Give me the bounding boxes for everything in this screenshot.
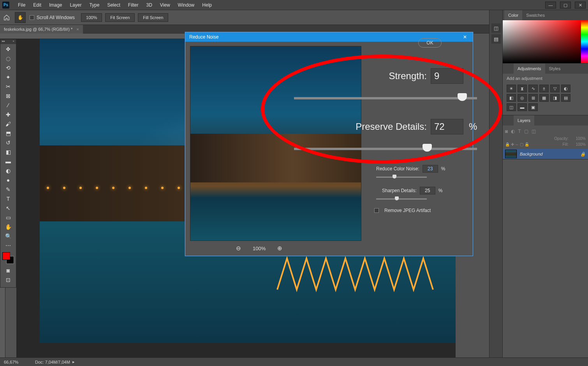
layer-thumbnail[interactable]	[505, 150, 517, 158]
menu-help[interactable]: Help	[198, 0, 216, 10]
pen-tool-icon[interactable]: ✎	[3, 185, 14, 194]
status-doc-size[interactable]: Doc: 7,04M/7,04M	[35, 360, 70, 364]
history-brush-tool-icon[interactable]: ↺	[3, 138, 14, 147]
fill-value[interactable]: 100%	[570, 142, 586, 147]
blur-tool-icon[interactable]: ◐	[3, 166, 14, 175]
quickmask-icon[interactable]: ◙	[3, 266, 14, 275]
menu-image[interactable]: Image	[45, 0, 66, 10]
remove-jpeg-checkbox[interactable]	[374, 208, 379, 213]
adj-posterize-icon[interactable]: ▤	[561, 94, 570, 102]
tab-properties[interactable]	[504, 64, 514, 74]
gradient-tool-icon[interactable]: ▬	[3, 157, 14, 166]
shape-tool-icon[interactable]: ▭	[3, 213, 14, 222]
menu-select[interactable]: Select	[103, 0, 124, 10]
status-arrow-icon[interactable]: ▸	[72, 359, 75, 364]
layer-background[interactable]: Background 🔒	[503, 149, 588, 159]
adj-invert-icon[interactable]: ◨	[550, 94, 560, 102]
filter-smart-icon[interactable]: ◫	[532, 129, 536, 134]
filter-pixel-icon[interactable]: ◙	[505, 129, 508, 134]
ok-button[interactable]: OK	[418, 38, 442, 48]
frame-tool-icon[interactable]: ⊠	[3, 92, 14, 100]
close-button[interactable]: ✕	[575, 2, 586, 9]
close-tab-icon[interactable]: ×	[76, 27, 79, 32]
sharpen-input[interactable]: 25	[420, 187, 435, 194]
lasso-tool-icon[interactable]: ⟲	[3, 64, 14, 72]
adj-levels-icon[interactable]: ⧗	[518, 85, 527, 92]
menu-type[interactable]: Type	[85, 0, 103, 10]
crop-tool-icon[interactable]: ✂	[3, 82, 14, 91]
home-icon[interactable]	[3, 14, 10, 21]
move-tool-icon[interactable]: ✥	[3, 45, 14, 53]
adj-brightness-icon[interactable]: ☀	[507, 85, 516, 92]
foreground-color-swatch[interactable]	[2, 252, 10, 260]
tab-styles[interactable]: Styles	[545, 64, 565, 74]
adj-threshold-icon[interactable]: ◫	[507, 103, 516, 111]
eraser-tool-icon[interactable]: ◧	[3, 148, 14, 156]
close-panel-icon[interactable]: ×	[12, 39, 14, 44]
edit-toolbar-icon[interactable]: ⋯	[3, 241, 14, 250]
zoom-in-icon[interactable]: ⊕	[277, 245, 282, 252]
menu-filter[interactable]: Filter	[124, 0, 143, 10]
type-tool-icon[interactable]: T	[3, 194, 14, 203]
menu-file[interactable]: File	[14, 0, 29, 10]
tab-layers[interactable]: Layers	[514, 115, 534, 126]
zoom-tool-icon[interactable]: 🔍	[3, 232, 14, 240]
adj-curves-icon[interactable]: ∿	[528, 85, 538, 92]
menu-layer[interactable]: Layer	[66, 0, 85, 10]
menu-view[interactable]: View	[156, 0, 174, 10]
tool-preset-icon[interactable]: ✋	[15, 12, 26, 23]
marquee-tool-icon[interactable]: ◌	[3, 54, 14, 63]
color-picker[interactable]	[503, 20, 588, 63]
sharpen-slider[interactable]	[395, 196, 399, 200]
collapse-icon[interactable]: ▸▸	[2, 39, 5, 44]
brush-tool-icon[interactable]: 🖌	[3, 120, 14, 128]
adj-vibrance-icon[interactable]: ▽	[550, 85, 560, 92]
tab-channels[interactable]	[504, 115, 514, 126]
maximize-button[interactable]: ▢	[560, 2, 571, 9]
wand-tool-icon[interactable]: ✦	[3, 73, 14, 81]
zoom-100-button[interactable]: 100%	[81, 13, 102, 22]
menu-window[interactable]: Window	[174, 0, 199, 10]
heal-tool-icon[interactable]: ✚	[3, 110, 14, 119]
opacity-value[interactable]: 100%	[570, 136, 586, 141]
adj-bw-icon[interactable]: ◧	[507, 94, 516, 102]
adj-photo-filter-icon[interactable]: ◎	[518, 94, 527, 102]
lock-icons[interactable]: 🔒 ✚ ↔ ▢ 🔓	[505, 142, 529, 147]
menu-3d[interactable]: 3D	[142, 0, 156, 10]
hue-slider[interactable]	[581, 20, 588, 63]
tab-swatches[interactable]: Swatches	[522, 10, 549, 20]
adj-exposure-icon[interactable]: ±	[539, 85, 549, 92]
filter-shape-icon[interactable]: ▢	[524, 129, 528, 134]
dock-history-icon[interactable]: ◫	[491, 23, 501, 33]
screenmode-icon[interactable]: ⊡	[3, 276, 14, 284]
color-swatches[interactable]	[2, 252, 14, 264]
scroll-all-checkbox[interactable]: Scroll All Windows	[30, 15, 75, 20]
path-select-tool-icon[interactable]: ↖	[3, 204, 14, 212]
tab-color[interactable]: Color	[504, 10, 522, 20]
menu-edit[interactable]: Edit	[29, 0, 45, 10]
filter-type-icon[interactable]: T	[518, 129, 521, 134]
tab-adjustments[interactable]: Adjustments	[514, 64, 545, 74]
colornoise-slider[interactable]	[393, 175, 396, 179]
colornoise-input[interactable]: 23	[423, 165, 438, 173]
minimize-button[interactable]: —	[545, 2, 556, 9]
adj-lookup-icon[interactable]: ▦	[539, 94, 549, 102]
hand-tool-icon[interactable]: ✋	[3, 223, 14, 231]
reduce-noise-dialog: Reduce Noise ✕ OK ⊖ 100% ⊕ Reduce Color …	[185, 32, 473, 256]
dialog-close-icon[interactable]: ✕	[461, 34, 469, 40]
adj-selective-icon[interactable]: ▣	[528, 103, 538, 111]
adj-hue-icon[interactable]: ◐	[561, 85, 570, 92]
status-zoom[interactable]: 66,67%	[4, 360, 31, 364]
filter-adjust-icon[interactable]: ◐	[511, 129, 515, 134]
dodge-tool-icon[interactable]: ●	[3, 176, 14, 184]
adj-mixer-icon[interactable]: ⊞	[528, 94, 538, 102]
dialog-preview[interactable]	[190, 46, 361, 241]
fill-screen-button[interactable]: Fill Screen	[138, 13, 168, 22]
dock-actions-icon[interactable]: ▤	[491, 34, 501, 44]
zoom-out-icon[interactable]: ⊖	[236, 245, 241, 252]
eyedropper-tool-icon[interactable]: ⁄	[3, 101, 14, 110]
document-tab[interactable]: feskekorka.jpg @ 66,7% (RGB/8#) * ×	[0, 25, 83, 34]
adj-gradient-icon[interactable]: ▬	[518, 103, 527, 111]
stamp-tool-icon[interactable]: ⬒	[3, 129, 14, 138]
fit-screen-button[interactable]: Fit Screen	[105, 13, 135, 22]
